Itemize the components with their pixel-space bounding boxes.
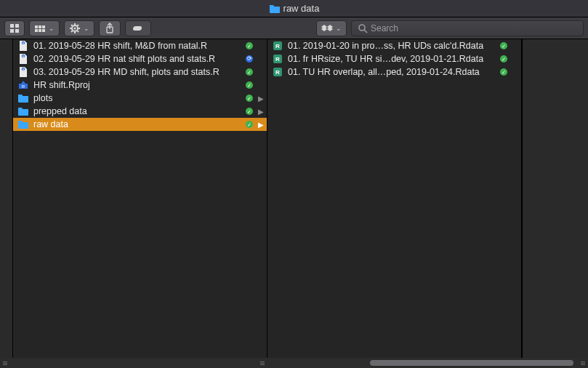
- column-0[interactable]: 01. 2019-05-28 HR shift, M&D from natal.…: [13, 39, 267, 358]
- group-icon: [34, 25, 46, 32]
- folder-row[interactable]: plots▶: [13, 92, 267, 105]
- file-row[interactable]: 02. 2019-05-29 HR nat shift plots and st…: [13, 52, 267, 65]
- tags-button[interactable]: [125, 20, 151, 36]
- title-bar: raw data: [0, 0, 588, 17]
- sync-status-icon: [245, 55, 254, 63]
- sync-status-icon: [499, 42, 508, 49]
- chevron-right-icon: ▶: [258, 121, 264, 129]
- folder-icon: [17, 119, 29, 130]
- sync-status-icon: [245, 42, 254, 49]
- item-label: 01. 2019-01-20 in pro…ss, HR UDs calc'd.…: [288, 41, 495, 51]
- r-file-icon: [17, 53, 29, 65]
- view-icon-button[interactable]: [4, 20, 25, 36]
- item-label: HR shift.Rproj: [33, 80, 241, 90]
- search-field[interactable]: [351, 20, 584, 36]
- r-file-icon: [17, 66, 29, 78]
- file-row[interactable]: 01. 2019-01-20 in pro…ss, HR UDs calc'd.…: [267, 39, 521, 52]
- rdata-icon: [272, 40, 283, 52]
- search-icon: [358, 23, 368, 33]
- chevron-down-icon: ⌄: [84, 25, 89, 32]
- folder-icon: [269, 3, 281, 15]
- dropbox-icon: [321, 23, 333, 33]
- column-sliver-right: [522, 39, 588, 358]
- search-input[interactable]: [371, 23, 577, 33]
- item-label: 03. 2019-05-29 HR MD shift, plots and st…: [33, 67, 241, 77]
- column-1[interactable]: 01. 2019-01-20 in pro…ss, HR UDs calc'd.…: [267, 39, 522, 358]
- chevron-right-icon: ▶: [258, 95, 264, 103]
- resize-handle[interactable]: [260, 359, 265, 367]
- window-title: raw data: [283, 3, 320, 14]
- file-row[interactable]: 01. fr HRsize, TU HR si…dev, 2019-01-21.…: [267, 52, 521, 65]
- share-icon: [104, 23, 116, 34]
- file-row[interactable]: HR shift.Rproj: [13, 79, 267, 92]
- sync-status-icon: [499, 55, 508, 63]
- item-label: plots: [33, 93, 241, 103]
- chevron-right-icon: ▶: [258, 108, 264, 116]
- folder-icon: [17, 105, 29, 117]
- rproj-icon: [17, 79, 29, 91]
- chevron-down-icon: ⌄: [49, 25, 55, 32]
- rdata-icon: [272, 53, 283, 65]
- sync-status-icon: [245, 81, 254, 89]
- item-label: 01. fr HRsize, TU HR si…dev, 2019-01-21.…: [288, 54, 495, 64]
- share-button[interactable]: [99, 20, 121, 36]
- horizontal-scrollbar[interactable]: [272, 359, 573, 367]
- rdata-icon: [272, 66, 283, 78]
- dropbox-button[interactable]: ⌄: [316, 20, 347, 36]
- sync-status-icon: [245, 121, 254, 128]
- column-sliver-left: [0, 39, 13, 358]
- chevron-down-icon: ⌄: [336, 25, 342, 32]
- column-view: 01. 2019-05-28 HR shift, M&D from natal.…: [0, 39, 588, 358]
- folder-icon: [17, 92, 29, 104]
- item-label: 02. 2019-05-29 HR nat shift plots and st…: [33, 54, 241, 64]
- action-button[interactable]: ⌄: [64, 20, 94, 36]
- grid-icon: [9, 23, 20, 33]
- scrollbar-thumb[interactable]: [370, 360, 573, 366]
- sync-status-icon: [499, 68, 508, 76]
- r-file-icon: [17, 40, 29, 52]
- item-label: 01. TU HR overlap, all…ped, 2019-01-24.R…: [288, 67, 495, 77]
- folder-row[interactable]: raw data▶: [13, 118, 267, 131]
- file-row[interactable]: 01. 2019-05-28 HR shift, M&D from natal.…: [13, 39, 267, 52]
- toolbar: ⌄ ⌄ ⌄: [0, 17, 588, 39]
- file-row[interactable]: 01. TU HR overlap, all…ped, 2019-01-24.R…: [267, 65, 521, 79]
- resize-handle[interactable]: [3, 359, 7, 367]
- sync-status-icon: [245, 68, 254, 76]
- item-label: prepped data: [33, 106, 241, 116]
- resize-handle[interactable]: [581, 359, 585, 367]
- file-row[interactable]: 03. 2019-05-29 HR MD shift, plots and st…: [13, 65, 267, 79]
- footer-bar: [0, 358, 588, 368]
- item-label: 01. 2019-05-28 HR shift, M&D from natal.…: [33, 41, 241, 51]
- tag-icon: [132, 25, 145, 32]
- gear-icon: [69, 23, 81, 34]
- sync-status-icon: [245, 95, 254, 102]
- item-label: raw data: [33, 119, 241, 129]
- sync-status-icon: [245, 108, 254, 115]
- folder-row[interactable]: prepped data▶: [13, 105, 267, 118]
- arrange-button[interactable]: ⌄: [29, 20, 60, 36]
